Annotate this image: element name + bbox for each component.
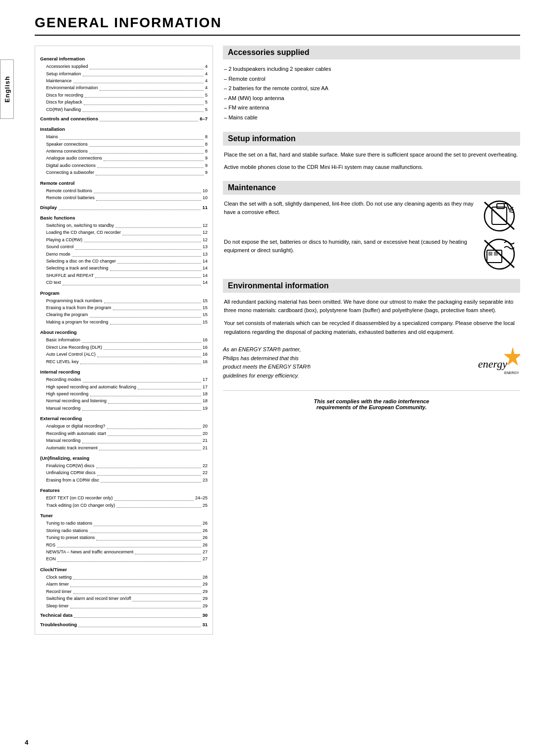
toc-item-page: 21 (203, 444, 208, 451)
toc-item-page: 24–25 (195, 494, 208, 501)
energy-star-line4: guidelines for energy efficiency. (223, 373, 299, 378)
toc-bold-label: Technical data (40, 611, 72, 619)
toc-bold-item: Troubleshooting 31 (40, 621, 208, 628)
setup-heading: Setup information (223, 132, 520, 146)
toc-dots (99, 444, 201, 450)
toc-item-label: Speaker connections (46, 141, 88, 148)
toc-item-label: Direct Line Recording (DLR) (46, 344, 102, 351)
toc-item-label: Analogue audio connections (46, 155, 102, 162)
toc-item-page: 5 (205, 92, 208, 99)
setup-section: Setup information Place the set on a fla… (223, 132, 520, 172)
toc-item: Switching on, switching to standby 12 (40, 222, 208, 229)
environmental-content: All redundant packing material has been … (223, 298, 520, 336)
toc-container: General informationAccessories supplied … (40, 55, 208, 628)
toc-dots (59, 133, 204, 139)
toc-item-label: Loading the CD changer, CD recorder (46, 229, 121, 236)
toc-item: RDS 26 (40, 541, 208, 548)
right-column: Accessories supplied – 2 loudspeakers in… (223, 46, 520, 635)
toc-item-label: Storing radio stations (46, 527, 88, 534)
compliance-section: This set complies with the radio interfe… (223, 390, 520, 410)
toc-item-page: 8 (205, 148, 208, 155)
toc-item: Discs for playback 5 (40, 99, 208, 106)
toc-item-label: Track editing (on CD changer only) (46, 502, 115, 509)
toc-dots (110, 265, 201, 270)
toc-dots (122, 229, 201, 235)
toc-item: Programming track numbers 15 (40, 297, 208, 304)
toc-item-label: Auto Level Control (ALC) (46, 351, 96, 358)
toc-item: Remote control buttons 10 (40, 187, 208, 194)
toc-item-label: Playing a CD(RW) (46, 236, 82, 243)
toc-item-label: Programming track numbers (46, 297, 103, 304)
toc-section-header: External recording (40, 415, 208, 422)
toc-section-header: Features (40, 486, 208, 494)
toc-dots (89, 148, 204, 154)
toc-item-page: 15 (203, 297, 208, 304)
toc-section-header: About recording (40, 328, 208, 336)
toc-item: Selecting a track and searching 14 (40, 265, 208, 271)
toc-dots (82, 336, 201, 342)
maintenance-text-2: Do not expose the set, batteries or disc… (224, 238, 477, 255)
toc-dots (70, 602, 201, 608)
accessory-item: – Remote control (224, 74, 519, 84)
toc-item-page: 8 (205, 133, 208, 140)
toc-dots (74, 611, 201, 618)
toc-section-header: Clock/Timer (40, 566, 208, 573)
toc-item: Switching the alarm and record timer on/… (40, 595, 208, 602)
toc-item: Connecting a subwoofer 9 (40, 169, 208, 176)
toc-item: REC LEVEL key 16 (40, 358, 208, 365)
accessories-heading: Accessories supplied (223, 46, 520, 59)
toc-item: Antenna connections 8 (40, 148, 208, 155)
toc-item-page: 26 (203, 527, 208, 534)
toc-item-page: 16 (203, 351, 208, 358)
toc-item: Maintenance 4 (40, 77, 208, 84)
toc-item: Discs for recording 5 (40, 92, 208, 99)
toc-item-page: 14 (203, 265, 208, 271)
toc-dots (107, 423, 201, 429)
toc-item-page: 22 (203, 469, 208, 476)
toc-page: 31 (202, 621, 208, 628)
toc-dots (107, 430, 201, 436)
toc-item: SHUFFLE and REPEAT 14 (40, 272, 208, 279)
accessory-item: – 2 batteries for the remote control, si… (224, 84, 519, 94)
maintenance-row-1: Clean the set with a soft, slightly damp… (224, 200, 519, 232)
toc-section-header: Remote control (40, 179, 208, 187)
toc-dots (82, 106, 204, 112)
toc-item: Erasing a track from the program 15 (40, 304, 208, 311)
toc-item: Playing a CD(RW) 12 (40, 236, 208, 243)
toc-item: Speaker connections 8 (40, 141, 208, 148)
toc-dots (104, 155, 204, 161)
toc-item: Selecting a disc on the CD changer 14 (40, 258, 208, 265)
energy-star-text: As an ENERGY STAR® partner, Philips has … (223, 345, 466, 380)
environmental-heading: Environmental information (223, 279, 520, 293)
toc-item: Automatic track increment 21 (40, 444, 208, 451)
toc-item: Sound control 13 (40, 243, 208, 250)
toc-dots (94, 187, 201, 193)
toc-item-label: Discs for recording (46, 92, 83, 99)
toc-item: Erasing from a CDRW disc 23 (40, 477, 208, 484)
page-number: 4 (25, 739, 28, 746)
toc-item-page: 16 (203, 336, 208, 343)
toc-item-label: Connecting a subwoofer (46, 169, 94, 176)
toc-item-page: 15 (203, 304, 208, 311)
maintenance-heading: Maintenance (223, 181, 520, 195)
toc-item-label: Manual recording (46, 405, 81, 412)
toc-item-label: Finalizing CDR(W) discs (46, 462, 95, 469)
toc-item-label: High speed recording (46, 390, 89, 397)
toc-item: Analogue or digital recording? 20 (40, 423, 208, 430)
toc-section-header: Basic functions (40, 214, 208, 221)
toc-bold-label: Controls and connections (40, 115, 98, 122)
toc-item-page: 15 (203, 319, 208, 325)
accessory-item: – FM wire antenna (224, 103, 519, 113)
toc-item-page: 20 (203, 423, 208, 430)
two-column-layout: General informationAccessories supplied … (35, 46, 520, 635)
toc-item: Clock setting 28 (40, 574, 208, 581)
setup-paragraphs: Place the set on a flat, hard and stabil… (224, 151, 519, 172)
toc-item-page: 29 (203, 588, 208, 595)
toc-item: Remote control batteries 10 (40, 194, 208, 201)
toc-item-page: 14 (203, 258, 208, 265)
toc-item-page: 27 (203, 555, 208, 562)
toc-dots (78, 621, 201, 627)
toc-item-label: Switching the alarm and record timer on/… (46, 595, 131, 602)
toc-item-page: 14 (203, 279, 208, 286)
toc-item: High speed recording and automatic final… (40, 383, 208, 390)
